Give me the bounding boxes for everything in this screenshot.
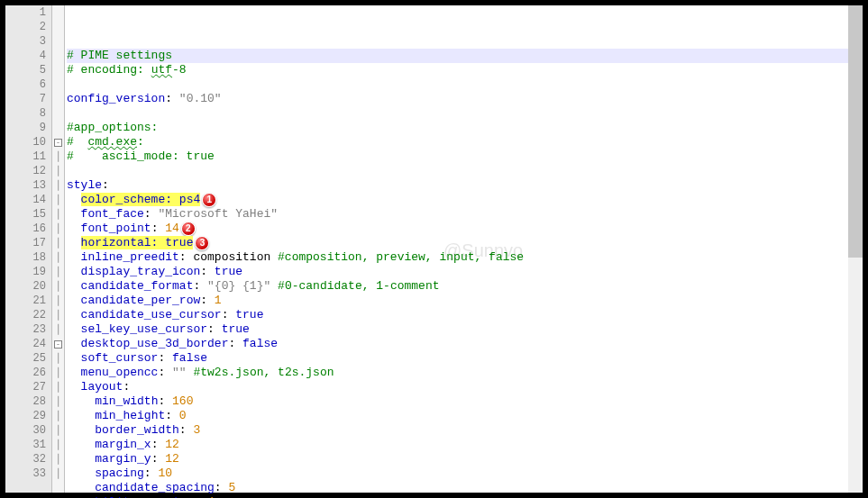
- token: cmd.exe: [87, 135, 137, 149]
- line-number-gutter: 1234567891011121314151617181920212223242…: [5, 5, 52, 493]
- line-number: 6: [5, 77, 46, 92]
- token: false: [172, 351, 207, 365]
- fold-gutter[interactable]: -│││││││││││││-│││││││││: [52, 5, 65, 493]
- token: :: [165, 409, 179, 422]
- fold-toggle-icon[interactable]: -: [52, 135, 64, 149]
- token: : composition: [179, 250, 278, 264]
- line-number: 23: [5, 322, 46, 337]
- fold-guide: │: [52, 222, 64, 236]
- line-number: 11: [5, 149, 46, 164]
- code-line[interactable]: # PIME settings: [67, 49, 848, 63]
- line-number: 12: [5, 164, 46, 178]
- fold-guide: │: [52, 164, 64, 178]
- code-line[interactable]: display_tray_icon: true: [67, 265, 848, 279]
- token: :: [222, 308, 236, 321]
- token: true: [235, 308, 263, 321]
- fold-guide: [52, 77, 64, 92]
- line-number: 2: [5, 20, 46, 34]
- code-line[interactable]: config_version: "0.10": [67, 92, 848, 106]
- line-number: 26: [5, 366, 46, 380]
- token: style: [67, 178, 102, 192]
- token: :: [200, 265, 215, 278]
- code-line[interactable]: #app_options:: [67, 121, 848, 135]
- fold-guide: │: [52, 207, 64, 222]
- token: # ascii_mode: true: [67, 149, 215, 163]
- code-line[interactable]: style:: [67, 178, 848, 193]
- code-line[interactable]: inline_preedit: composition #composition…: [67, 250, 848, 265]
- code-line[interactable]: [67, 106, 848, 121]
- code-line[interactable]: candidate_spacing: 5: [67, 481, 848, 495]
- token: horizontal: true: [81, 236, 194, 249]
- token: :: [151, 452, 166, 466]
- line-number: 32: [5, 452, 46, 466]
- token: border_width: [95, 423, 179, 437]
- code-line[interactable]: color_scheme: ps41: [67, 193, 848, 207]
- token: #tw2s.json, t2s.json: [193, 366, 333, 379]
- token: :: [200, 294, 215, 307]
- token: :: [158, 351, 172, 365]
- token: 14: [165, 222, 179, 235]
- code-line[interactable]: spacing: 10: [67, 466, 848, 481]
- code-line[interactable]: soft_cursor: false: [67, 351, 848, 366]
- line-number: 30: [5, 423, 46, 438]
- code-line[interactable]: font_point: 142: [67, 222, 848, 236]
- token: 3: [193, 423, 200, 437]
- fold-guide: │: [52, 265, 64, 279]
- token: desktop_use_3d_border: [81, 337, 229, 350]
- code-line[interactable]: # cmd.exe:: [67, 135, 848, 149]
- line-number: 16: [5, 222, 46, 236]
- code-line[interactable]: min_width: 160: [67, 394, 848, 409]
- line-number: 33: [5, 466, 46, 481]
- token: margin_x: [95, 438, 151, 451]
- token: color_scheme: ps4: [81, 193, 201, 206]
- token: :: [158, 394, 172, 408]
- fold-guide: [52, 5, 64, 20]
- token: "": [172, 366, 187, 379]
- annotation-badge-1: 1: [202, 193, 216, 207]
- code-line[interactable]: candidate_format: "{0} {1}" #0-candidate…: [67, 279, 848, 294]
- code-editor[interactable]: 1234567891011121314151617181920212223242…: [5, 5, 863, 493]
- token: # encoding:: [67, 63, 151, 77]
- annotation-badge-3: 3: [195, 236, 209, 250]
- code-line[interactable]: border_width: 3: [67, 423, 848, 438]
- code-line[interactable]: menu_opencc: "" #tw2s.json, t2s.json: [67, 366, 848, 380]
- code-line[interactable]: [67, 77, 848, 92]
- code-line[interactable]: margin_y: 12: [67, 452, 848, 466]
- code-line[interactable]: margin_x: 12: [67, 438, 848, 452]
- token: 10: [158, 466, 172, 480]
- line-number: 10: [5, 135, 46, 149]
- code-line[interactable]: min_height: 0: [67, 409, 848, 423]
- code-line[interactable]: # encoding: utf-8: [67, 63, 848, 77]
- token: :: [144, 466, 159, 480]
- fold-guide: │: [52, 193, 64, 207]
- token: "0.10": [179, 92, 222, 105]
- token: 5: [228, 481, 235, 494]
- code-line[interactable]: desktop_use_3d_border: false: [67, 337, 848, 351]
- fold-guide: │: [52, 351, 64, 366]
- fold-guide: │: [52, 366, 64, 380]
- fold-guide: [52, 92, 64, 106]
- code-line[interactable]: candidate_per_row: 1: [67, 294, 848, 308]
- fold-guide: │: [52, 409, 64, 423]
- token: :: [215, 481, 229, 494]
- fold-guide: [52, 106, 64, 121]
- code-line[interactable]: candidate_use_cursor: true: [67, 308, 848, 322]
- token: 12: [165, 438, 179, 451]
- token: :: [151, 438, 166, 451]
- code-line[interactable]: # ascii_mode: true: [67, 149, 848, 164]
- fold-toggle-icon[interactable]: -: [52, 337, 64, 351]
- line-number: 1: [5, 5, 46, 20]
- code-line[interactable]: font_face: "Microsoft YaHei": [67, 207, 848, 222]
- line-number: 9: [5, 121, 46, 135]
- code-area[interactable]: @Sunnvo # PIME settings# encoding: utf-8…: [65, 5, 848, 493]
- code-line[interactable]: [67, 164, 848, 178]
- code-line[interactable]: horizontal: true3: [67, 236, 848, 250]
- code-line[interactable]: sel_key_use_cursor: true: [67, 322, 848, 337]
- token: :: [137, 135, 144, 149]
- token: :: [151, 222, 166, 235]
- line-number: 7: [5, 92, 46, 106]
- vertical-scrollbar-thumb[interactable]: [848, 5, 863, 258]
- line-number: 29: [5, 409, 46, 423]
- code-line[interactable]: layout:: [67, 380, 848, 394]
- token: [67, 77, 74, 91]
